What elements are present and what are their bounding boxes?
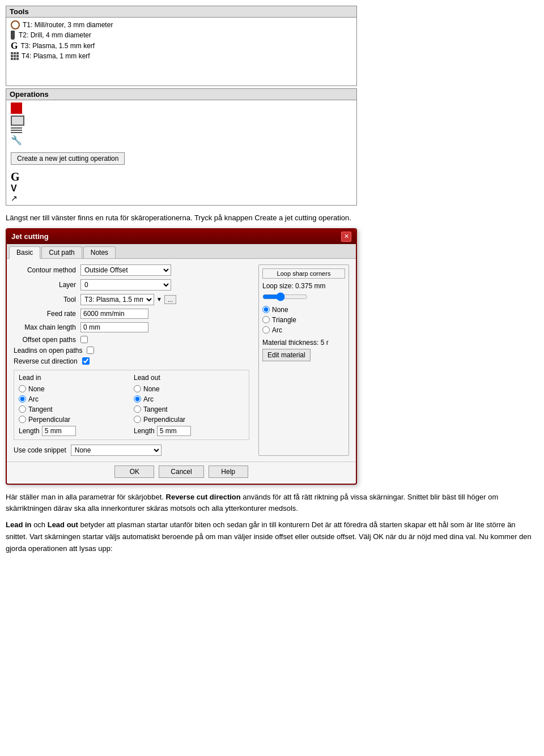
lead-out-tangent-label: Tangent [143,405,168,413]
lead-out-length-input[interactable] [157,426,191,436]
g-icon: G [11,41,18,51]
right-panel: Loop sharp corners Loop size: 0.375 mm N… [258,264,349,456]
mill-icon [11,20,20,29]
lead-in-section: Lead in None Arc Tangent [19,374,129,436]
bottom-text-bold-1: Reverse cut direction [166,493,241,501]
leadins-open-paths-label: Leadins on open paths [14,347,82,354]
dialog-titlebar: Jet cutting ✕ [7,229,356,244]
bottom-text-4: betyder att plasman startar utanför bite… [6,520,532,553]
tool-item-t1[interactable]: T1: Mill/router, 3 mm diameter [11,20,352,30]
lead-in-length-input[interactable] [42,426,76,436]
loop-size-text: Loop size: 0.375 mm [262,282,345,290]
tool-label-t1: T1: Mill/router, 3 mm diameter [23,21,113,29]
lead-in-arc-label: Arc [28,395,39,403]
tool-select[interactable]: T3: Plasma, 1.5 mm kerf [80,294,154,305]
reverse-cut-label: Reverse cut direction [14,357,78,365]
contour-method-select[interactable]: Outside Offset [80,264,171,276]
lead-in-none-label: None [28,385,45,393]
loop-none-radio[interactable] [262,306,270,313]
operations-panel: Operations 🔧 Create a new jet cutting op… [6,88,357,206]
loop-size-slider[interactable] [262,292,308,301]
dialog-tabs: Basic Cut path Notes [7,244,356,259]
snippet-select[interactable]: None [71,445,162,456]
gv-arrow-icon: ↗ [11,194,352,203]
triangle-down-icon: ▼ [156,296,162,302]
max-chain-label: Max chain length [14,323,76,331]
tool-label-t2: T2: Drill, 4 mm diameter [19,31,91,39]
offset-open-paths-label: Offset open paths [14,336,76,344]
dialog-wrapper: Jet cutting ✕ Basic Cut path Notes Conto… [6,228,357,485]
jet-cutting-dialog: Jet cutting ✕ Basic Cut path Notes Conto… [6,228,357,485]
tool-item-t3[interactable]: G T3: Plasma, 1.5 mm kerf [11,40,352,52]
leadins-open-paths-checkbox[interactable] [87,347,94,354]
reverse-cut-checkbox[interactable] [82,357,90,365]
tool-label: Tool [14,296,76,304]
lead-in-none-radio[interactable] [19,385,26,392]
lead-out-none-label: None [143,385,160,393]
lead-in-arc-radio[interactable] [19,395,26,403]
op-icon-mill [11,102,352,114]
ok-button[interactable]: OK [114,465,154,478]
help-button[interactable]: Help [209,465,248,478]
bottom-text-1: Här ställer man in alla parametrar för s… [6,493,164,501]
tab-notes[interactable]: Notes [83,246,116,258]
drill-icon [11,31,15,40]
loop-triangle-label: Triangle [272,316,296,324]
lead-in-perp-label: Perpendicular [28,416,70,424]
bottom-text-3: och [32,520,48,529]
dialog-title: Jet cutting [11,232,49,241]
loop-none-label: None [272,306,288,314]
tab-basic[interactable]: Basic [9,246,40,259]
create-jet-cutting-button[interactable]: Create a new jet cutting operation [11,152,125,165]
contour-method-label: Contour method [14,266,76,274]
operations-panel-title: Operations [6,89,356,100]
bottom-text-bold-2: Lead in [6,520,32,529]
layer-label: Layer [14,281,76,289]
tools-panel-title: Tools [6,6,356,18]
tools-panel: Tools T1: Mill/router, 3 mm diameter T2:… [6,6,357,86]
op-icon-wrench: 🔧 [11,135,352,146]
tool-item-t2[interactable]: T2: Drill, 4 mm diameter [11,30,352,40]
layer-select[interactable]: 0 [80,279,171,291]
material-thickness-text: Material thickness: 5 r [262,339,345,347]
loop-sharp-corners-title: Loop sharp corners [262,268,345,279]
lead-in-title: Lead in [19,374,129,382]
op-icon-lines [11,127,352,133]
loop-triangle-radio[interactable] [262,316,270,323]
lead-out-section: Lead out None Arc Tangent [134,374,244,436]
edit-material-button[interactable]: Edit material [262,349,311,361]
tab-cut-path[interactable]: Cut path [41,246,82,258]
op-icon-rect [11,116,352,126]
lead-in-tangent-radio[interactable] [19,405,26,413]
feed-rate-label: Feed rate [14,310,76,318]
close-button[interactable]: ✕ [341,232,351,242]
lead-out-tangent-radio[interactable] [134,405,141,413]
feed-rate-input[interactable] [80,309,148,319]
gv-g-icon: G [11,170,352,183]
lead-out-none-radio[interactable] [134,385,141,392]
lead-out-perp-radio[interactable] [134,416,141,423]
lead-out-title: Lead out [134,374,244,382]
tool-item-t4[interactable]: T4: Plasma, 1 mm kerf [11,52,352,61]
lead-out-arc-radio[interactable] [134,395,141,403]
lead-out-arc-label: Arc [143,395,154,403]
lead-out-perp-label: Perpendicular [143,416,185,424]
tool-label-t3: T3: Plasma, 1.5 mm kerf [20,42,95,50]
lead-in-tangent-label: Tangent [28,405,53,413]
bottom-text-bold-3: Lead out [48,520,78,529]
loop-arc-radio[interactable] [262,326,270,334]
tool-dots-button[interactable]: ... [164,295,176,304]
bottom-text: Här ställer man in alla parametrar för s… [6,492,538,555]
description-text-1: Längst ner till vänster finns en ruta fö… [6,212,538,224]
offset-open-paths-checkbox[interactable] [80,336,88,343]
snippet-label: Use code snippet [14,446,66,454]
lead-in-length-label: Length [19,427,40,435]
grid-icon [11,52,19,60]
cancel-button[interactable]: Cancel [159,465,203,478]
gv-v-icon: V [11,183,352,194]
tool-label-t4: T4: Plasma, 1 mm kerf [22,52,90,60]
lead-in-perp-radio[interactable] [19,416,26,423]
max-chain-input[interactable] [80,322,148,332]
lead-out-length-label: Length [134,427,155,435]
loop-arc-label: Arc [272,326,282,334]
